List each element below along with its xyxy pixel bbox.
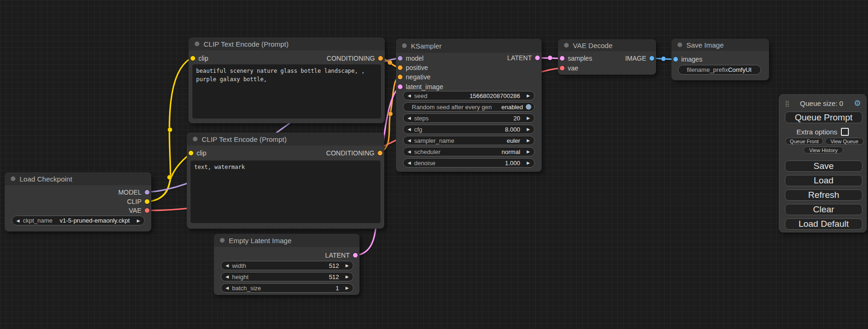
node-title-bar[interactable]: Load Checkpoint: [5, 172, 151, 185]
slot-dot-vae[interactable]: [560, 66, 565, 70]
sampler-name-widget[interactable]: ◀ sampler_name euler ▶: [403, 136, 535, 145]
slot-dot-conditioning[interactable]: [378, 151, 382, 155]
ckpt-name-widget[interactable]: ◀ ckpt_name v1-5-pruned-emaonly.ckpt ▶: [12, 216, 145, 225]
slot-dot-clip[interactable]: [145, 199, 149, 204]
cfg-widget[interactable]: ◀ cfg 8.000 ▶: [403, 125, 535, 134]
toggle-dot-icon[interactable]: [526, 104, 531, 110]
node-title-bar[interactable]: VAE Decode: [558, 39, 656, 51]
vae-decode-node[interactable]: VAE Decode samples vae IMAGE: [558, 39, 656, 75]
slot-dot-image[interactable]: [649, 56, 654, 61]
width-widget[interactable]: ◀ width 512 ▶: [221, 261, 353, 270]
node-title-bar[interactable]: Empty Latent Image: [214, 234, 360, 247]
input-slot-positive: positive: [398, 63, 428, 72]
slot-dot-latent[interactable]: [398, 84, 402, 89]
arrow-right-icon[interactable]: ▶: [527, 127, 530, 132]
arrow-left-icon[interactable]: ◀: [408, 138, 411, 143]
slot-dot-image[interactable]: [673, 57, 678, 62]
collapse-dot-icon[interactable]: [677, 42, 682, 47]
seed-widget[interactable]: ◀ seed 156680208700286 ▶: [403, 91, 535, 100]
arrow-right-icon[interactable]: ▶: [346, 263, 349, 268]
arrow-right-icon[interactable]: ▶: [527, 138, 530, 143]
view-history-button[interactable]: View History: [804, 147, 843, 154]
arrow-left-icon[interactable]: ◀: [226, 286, 229, 290]
clear-button[interactable]: Clear: [785, 204, 862, 215]
collapse-dot-icon[interactable]: [402, 43, 407, 48]
slot-dot-conditioning[interactable]: [398, 65, 402, 70]
slot-dot-clip[interactable]: [191, 56, 195, 61]
queue-panel[interactable]: ⣿ Queue size: 0 ⚙ Queue Prompt Extra opt…: [779, 94, 867, 232]
queue-size-label: Queue size: 0: [790, 99, 854, 107]
arrow-right-icon[interactable]: ▶: [527, 116, 530, 120]
arrow-right-icon[interactable]: ▶: [527, 161, 530, 165]
slot-label: latent_image: [406, 83, 443, 91]
slot-dot-clip[interactable]: [189, 151, 193, 155]
save-image-node[interactable]: Save Image images filename_prefix ComfyU…: [671, 39, 769, 80]
height-widget[interactable]: ◀ height 512 ▶: [221, 272, 353, 281]
arrow-left-icon[interactable]: ◀: [16, 218, 20, 223]
arrow-right-icon[interactable]: ▶: [346, 274, 349, 279]
arrow-left-icon[interactable]: ◀: [408, 116, 411, 120]
drag-handle-icon[interactable]: ⣿: [785, 100, 790, 106]
node-title-bar[interactable]: KSampler: [396, 39, 542, 53]
slot-dot-vae[interactable]: [145, 208, 149, 213]
collapse-dot-icon[interactable]: [564, 43, 569, 48]
slot-dot-conditioning[interactable]: [378, 56, 383, 61]
collapse-dot-icon[interactable]: [11, 176, 15, 181]
collapse-dot-icon[interactable]: [193, 137, 198, 141]
collapse-dot-icon[interactable]: [195, 42, 199, 46]
view-queue-button[interactable]: View Queue: [825, 138, 864, 145]
slot-dot-latent[interactable]: [560, 56, 565, 61]
load-button[interactable]: Load: [785, 175, 862, 186]
empty-latent-image-node[interactable]: Empty Latent Image LATENT ◀ width 512 ▶ …: [214, 234, 360, 295]
arrow-left-icon[interactable]: ◀: [408, 161, 411, 165]
comfyui-canvas[interactable]: { "icons": { "arrow_left": "◀", "arrow_r…: [0, 0, 868, 329]
output-slot-image: IMAGE: [625, 54, 654, 63]
slot-dot-latent[interactable]: [353, 253, 358, 258]
output-slot-latent: LATENT: [507, 53, 540, 63]
scheduler-widget[interactable]: ◀ scheduler normal ▶: [403, 147, 535, 156]
slot-label: CONDITIONING: [327, 55, 375, 62]
widget-label: Random seed after every gen: [412, 104, 492, 111]
slot-label: CONDITIONING: [326, 149, 374, 157]
slot-dot-conditioning[interactable]: [398, 75, 402, 79]
arrow-right-icon[interactable]: ▶: [346, 286, 349, 290]
extra-options-checkbox[interactable]: [841, 128, 849, 136]
arrow-left-icon[interactable]: ◀: [226, 263, 229, 268]
arrow-left-icon[interactable]: ◀: [226, 274, 229, 279]
widget-value: normal: [501, 148, 520, 155]
batch-size-widget[interactable]: ◀ batch_size 1 ▶: [221, 283, 353, 293]
collapse-dot-icon[interactable]: [220, 238, 225, 243]
denoise-widget[interactable]: ◀ denoise 1.000 ▶: [403, 158, 535, 168]
steps-widget[interactable]: ◀ steps 20 ▶: [403, 113, 535, 123]
node-title-bar[interactable]: CLIP Text Encode (Prompt): [189, 37, 385, 50]
load-default-button[interactable]: Load Default: [785, 218, 862, 230]
positive-prompt-textarea[interactable]: beautiful scenery nature glass bottle la…: [192, 64, 381, 119]
arrow-left-icon[interactable]: ◀: [408, 93, 411, 98]
clip-text-encode-positive-node[interactable]: CLIP Text Encode (Prompt) clip CONDITION…: [189, 37, 385, 123]
random-seed-toggle-widget[interactable]: Random seed after every gen enabled: [403, 102, 535, 112]
widget-label: batch_size: [232, 285, 261, 292]
node-title-bar[interactable]: CLIP Text Encode (Prompt): [187, 133, 384, 146]
arrow-right-icon[interactable]: ▶: [527, 149, 530, 154]
save-button[interactable]: Save: [785, 161, 862, 172]
negative-prompt-textarea[interactable]: text, watermark: [191, 161, 381, 223]
queue-prompt-button[interactable]: Queue Prompt: [785, 112, 862, 123]
load-checkpoint-node[interactable]: Load Checkpoint MODEL CLIP VAE ◀ ckpt_na…: [5, 172, 151, 231]
filename-prefix-widget[interactable]: filename_prefix ComfyUI: [678, 65, 761, 75]
refresh-button[interactable]: Refresh: [785, 189, 862, 201]
arrow-left-icon[interactable]: ◀: [408, 127, 411, 132]
slot-dot-model[interactable]: [145, 190, 149, 195]
arrow-left-icon[interactable]: ◀: [408, 149, 411, 154]
ksampler-node[interactable]: KSampler model positive negative latent_…: [396, 39, 542, 172]
slot-dot-latent[interactable]: [535, 56, 540, 60]
node-title-bar[interactable]: Save Image: [671, 39, 769, 51]
clip-text-encode-negative-node[interactable]: CLIP Text Encode (Prompt) clip CONDITION…: [187, 133, 384, 229]
output-slot-vae: VAE: [129, 206, 149, 215]
arrow-right-icon[interactable]: ▶: [137, 218, 140, 223]
arrow-right-icon[interactable]: ▶: [527, 93, 530, 98]
node-title: CLIP Text Encode (Prompt): [202, 135, 287, 143]
gear-icon[interactable]: ⚙: [854, 98, 861, 108]
queue-front-button[interactable]: Queue Front: [785, 138, 823, 145]
slot-dot-model[interactable]: [398, 56, 402, 61]
link-midpoint-dot: [548, 56, 552, 60]
